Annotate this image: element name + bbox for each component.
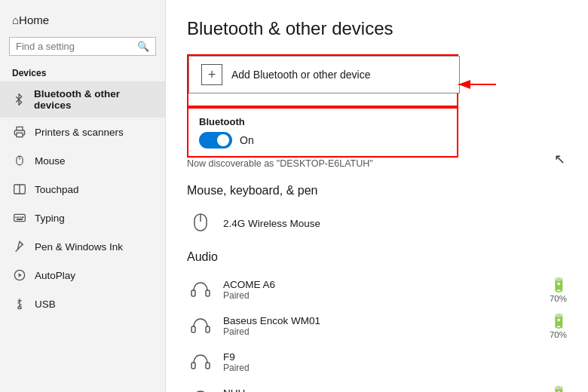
nhh-info: NHH Paired <box>223 387 550 393</box>
svg-rect-24 <box>191 290 195 296</box>
sidebar-item-bluetooth[interactable]: Bluetooth & other devices <box>0 81 165 118</box>
sidebar-item-label-mouse: Mouse <box>35 155 66 167</box>
list-item[interactable]: F9 Paired <box>187 344 567 380</box>
sidebar-item-mouse[interactable]: Mouse <box>0 146 165 175</box>
add-plus-icon: + <box>201 64 222 85</box>
svg-rect-28 <box>191 363 195 369</box>
mouse-device-icon <box>187 210 214 237</box>
discoverable-text: Now discoverable as "DESKTOP-E6LATUH" <box>187 158 567 169</box>
sidebar-item-label-usb: USB <box>35 299 56 310</box>
battery-icon-1: 🔋 <box>550 277 567 293</box>
sidebar-item-label-printers: Printers & scanners <box>35 127 124 138</box>
sidebar-home[interactable]: ⌂ Home <box>0 8 165 32</box>
sidebar-item-printers[interactable]: Printers & scanners <box>0 118 165 146</box>
mouse-device-name: 2.4G Wireless Mouse <box>223 218 567 229</box>
svg-rect-25 <box>206 290 210 296</box>
baseus-status: Paired <box>223 326 550 337</box>
home-icon: ⌂ <box>12 14 19 26</box>
sidebar-item-label-typing: Typing <box>35 213 65 224</box>
acome-name: ACOME A6 <box>223 279 550 290</box>
baseus-battery-level: 70% <box>550 330 567 339</box>
list-item[interactable]: Baseus Encok WM01 Paired 🔋 70% <box>187 308 567 344</box>
svg-rect-26 <box>191 326 195 332</box>
svg-rect-18 <box>18 307 21 309</box>
svg-rect-27 <box>206 326 210 332</box>
list-item[interactable]: 2.4G Wireless Mouse <box>187 205 567 241</box>
add-device-button[interactable]: + Add Bluetooth or other device <box>188 56 460 93</box>
baseus-info: Baseus Encok WM01 Paired <box>223 315 550 337</box>
sidebar-item-autoplay[interactable]: AutoPlay <box>0 261 165 289</box>
list-item[interactable]: NHH Paired 🔋 70% <box>187 380 567 392</box>
section-label: Devices <box>0 63 165 81</box>
usb-icon <box>12 296 27 311</box>
audio-section-header: Audio <box>187 250 567 264</box>
toggle-knob <box>217 134 229 146</box>
nhh-battery: 🔋 70% <box>550 385 567 393</box>
f9-info: F9 Paired <box>223 351 567 373</box>
sidebar-item-label-bluetooth: Bluetooth & other devices <box>34 88 153 111</box>
sidebar-item-label-touchpad: Touchpad <box>35 184 79 195</box>
acome-battery: 🔋 70% <box>550 277 567 303</box>
acome-battery-level: 70% <box>550 294 567 303</box>
battery-icon-4: 🔋 <box>550 385 567 393</box>
sidebar: ⌂ Home 🔍 Devices Bluetooth & other devic… <box>0 0 166 392</box>
pen-icon <box>12 239 27 254</box>
mouse-icon <box>12 153 27 168</box>
sidebar-item-typing[interactable]: Typing <box>0 204 165 232</box>
main-content: Bluetooth & other devices + Add Bluetoot… <box>166 0 588 392</box>
mouse-section-header: Mouse, keyboard, & pen <box>187 184 567 198</box>
baseus-battery: 🔋 70% <box>550 313 567 339</box>
bluetooth-toggle-row: On <box>199 132 446 149</box>
svg-rect-0 <box>17 133 23 136</box>
list-item[interactable]: ACOME A6 Paired 🔋 70% <box>187 271 567 308</box>
page-title: Bluetooth & other devices <box>187 18 567 39</box>
bluetooth-section: Bluetooth On <box>187 107 458 158</box>
svg-marker-13 <box>19 273 22 277</box>
acome-status: Paired <box>223 290 550 301</box>
headphone-icon-1 <box>187 276 214 303</box>
add-device-label: Add Bluetooth or other device <box>231 69 370 81</box>
sidebar-item-pen[interactable]: Pen & Windows Ink <box>0 232 165 261</box>
headphone-icon-3 <box>187 348 214 375</box>
acome-info: ACOME A6 Paired <box>223 279 550 301</box>
mouse-device-info: 2.4G Wireless Mouse <box>223 218 567 229</box>
bluetooth-toggle-label: On <box>240 134 254 146</box>
bluetooth-toggle[interactable] <box>199 132 232 149</box>
sidebar-item-usb[interactable]: USB <box>0 289 165 318</box>
headphone-icon-4 <box>187 384 214 392</box>
battery-icon-2: 🔋 <box>550 313 567 329</box>
printer-icon <box>12 124 27 139</box>
f9-name: F9 <box>223 351 567 363</box>
autoplay-icon <box>12 268 27 283</box>
headphone-icon-2 <box>187 312 214 339</box>
search-box[interactable]: 🔍 <box>9 37 156 56</box>
svg-rect-29 <box>206 363 210 369</box>
baseus-name: Baseus Encok WM01 <box>223 315 550 326</box>
search-icon: 🔍 <box>137 41 149 52</box>
svg-line-11 <box>21 243 23 245</box>
home-label: Home <box>19 14 49 26</box>
sidebar-item-label-pen: Pen & Windows Ink <box>35 241 123 253</box>
bluetooth-icon <box>12 92 26 107</box>
bluetooth-section-title: Bluetooth <box>199 116 446 127</box>
add-device-container: + Add Bluetooth or other device <box>187 54 458 107</box>
add-device-section: + Add Bluetooth or other device Bluetoot… <box>187 54 504 145</box>
sidebar-item-touchpad[interactable]: Touchpad <box>0 175 165 204</box>
touchpad-icon <box>12 182 27 197</box>
keyboard-icon <box>12 210 27 225</box>
nhh-name: NHH <box>223 387 550 393</box>
sidebar-item-label-autoplay: AutoPlay <box>35 270 75 281</box>
f9-status: Paired <box>223 363 567 373</box>
search-input[interactable] <box>16 41 137 52</box>
